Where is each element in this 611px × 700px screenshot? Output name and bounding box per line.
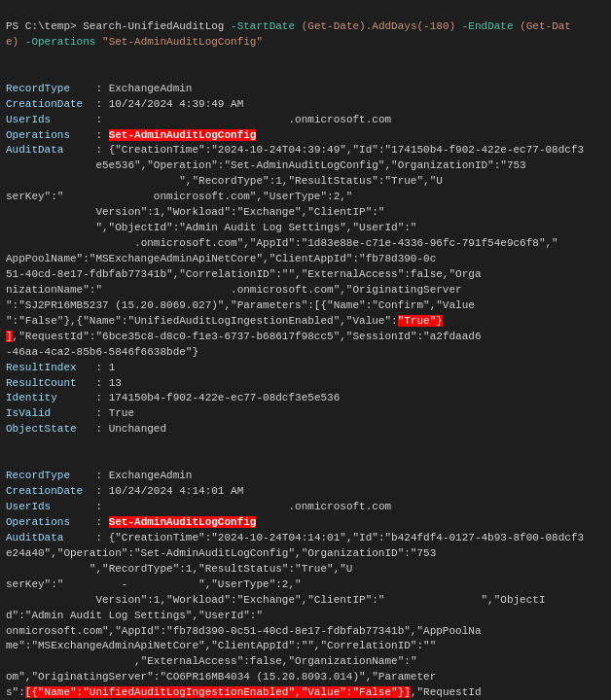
- record1-auditdata-5: Version":1,"Workload":"Exchange","Client…: [6, 206, 384, 218]
- record1-auditdata-13: ],"RequestId":"6bce35c8-d8c0-f1e3-6737-b…: [6, 331, 482, 342]
- record1-resultindex: ResultIndex : 1: [6, 362, 115, 373]
- terminal-output: PS C:\temp> Search-UnifiedAuditLog -Star…: [0, 0, 611, 700]
- record2-auditdata-4: serKey":" - ","UserType":2,": [6, 578, 302, 590]
- record2-operations: Operations : Set-AdminAuditLogConfig: [6, 516, 256, 528]
- record2-auditdata-9: ,"ExternalAccess":false,"OrganizationNam…: [6, 655, 416, 667]
- record1-auditdata-1: AuditData : {"CreationTime":"2024-10-24T…: [6, 144, 584, 156]
- record1-auditdata-12: ":"False"},{"Name":"UnifiedAuditLogInges…: [6, 315, 443, 327]
- record1-auditdata-4: serKey":" onmicrosoft.com","UserType":2,…: [6, 191, 352, 202]
- record2-auditdata-10: om","OriginatingServer":"CO6PR16MB4034 (…: [6, 671, 436, 682]
- record2-auditdata-5: Version":1,"Workload":"Exchange","Client…: [6, 594, 546, 606]
- record1-auditdata-7: .onmicrosoft.com","AppId":"1d83e88e-c71e…: [6, 237, 558, 249]
- record2-userids: UserIds : .onmicrosoft.com: [6, 501, 391, 512]
- record1-auditdata-9: 51-40cd-8e17-fdbfab77341b","CorrelationI…: [6, 268, 481, 280]
- record1-auditdata-3: ","RecordType":1,"ResultStatus":"True","…: [6, 175, 443, 187]
- record2-auditdata-8: me":"MSExchangeAdminApiNetCore","ClientA…: [6, 640, 436, 651]
- record1-identity: Identity : 174150b4-f902-422e-ec77-08dcf…: [6, 392, 340, 403]
- record1-auditdata-8: AppPoolName":"MSExchangeAdminApiNetCore"…: [6, 253, 436, 264]
- record1-creationdate: CreationDate : 10/24/2024 4:39:49 AM: [6, 98, 243, 110]
- record2-auditdata-3: ","RecordType":1,"ResultStatus":"True","…: [6, 563, 352, 575]
- blank-line: [6, 67, 13, 79]
- command-line: PS C:\temp> Search-UnifiedAuditLog -Star…: [6, 20, 571, 48]
- record1-isvalid: IsValid : True: [6, 407, 134, 419]
- record2-auditdata-7: onmicrosoft.com","AppId":"fb78d390-0c51-…: [6, 625, 481, 637]
- record1-recordtype: RecordType : ExchangeAdmin: [6, 83, 192, 94]
- record1-objectstate: ObjectState : Unchanged: [6, 423, 166, 435]
- record2-creationdate: CreationDate : 10/24/2024 4:14:01 AM: [6, 485, 243, 497]
- blank-line2: [6, 454, 13, 466]
- record2-recordtype: RecordType : ExchangeAdmin: [6, 470, 192, 481]
- record2-auditdata-6: d":"Admin Audit Log Settings","UserId":": [6, 610, 263, 621]
- record1-userids: UserIds : .onmicrosoft.com: [6, 114, 391, 125]
- record1-auditdata-11: ":"SJ2PR16MB5237 (15.20.8069.027)","Para…: [6, 299, 475, 311]
- record2-auditdata-2: e24a40","Operation":"Set-AdminAuditLogCo…: [6, 547, 436, 559]
- record2-auditdata-11: s":[{"Name":"UnifiedAuditLogIngestionEna…: [6, 686, 482, 698]
- record1-auditdata-10: nizationName":" .onmicrosoft.com","Origi…: [6, 284, 462, 296]
- record1-operations: Operations : Set-AdminAuditLogConfig: [6, 129, 256, 141]
- record1-auditdata-14: -46aa-4ca2-85b6-5846f6638bde"}: [6, 346, 198, 358]
- record2-auditdata-1: AuditData : {"CreationTime":"2024-10-24T…: [6, 532, 584, 543]
- record1-resultcount: ResultCount : 13: [6, 377, 122, 389]
- record1-auditdata-6: ","ObjectId":"Admin Audit Log Settings",…: [6, 222, 416, 233]
- record1-auditdata-2: e5e536","Operation":"Set-AdminAuditLogCo…: [6, 159, 526, 171]
